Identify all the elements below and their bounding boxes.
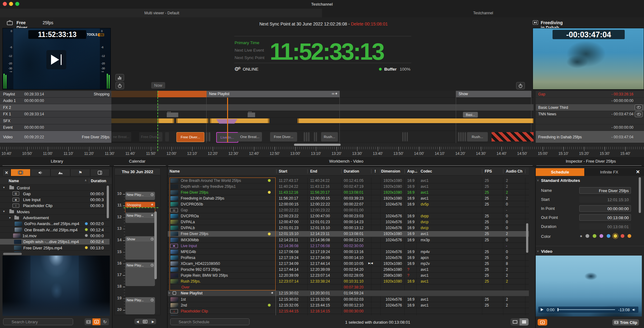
schedule-row[interactable]: 2nd12:15:32:0512:15:44:1500:00:12:101024… bbox=[168, 302, 529, 308]
poster-frame-button[interactable] bbox=[538, 319, 547, 326]
poster-frame-button[interactable] bbox=[92, 318, 100, 325]
maximize-window-button[interactable] bbox=[15, 2, 19, 6]
name-field[interactable]: Free Diver 25fps bbox=[579, 187, 631, 194]
calendar-view-button[interactable] bbox=[143, 320, 147, 323]
tab-infinite-fx[interactable]: Infinite FX bbox=[584, 168, 634, 176]
library-tab-flag[interactable]: ⚑ bbox=[70, 169, 90, 176]
minimize-window-button[interactable] bbox=[9, 2, 13, 6]
library-tab-speaker[interactable] bbox=[30, 169, 50, 176]
library-tab-film[interactable] bbox=[11, 169, 30, 176]
library-tab-close-icon[interactable]: ✕ bbox=[2, 169, 11, 176]
schedule-row[interactable]: ProResa12:17:19:2412:17:34:0900:00:14:10… bbox=[168, 255, 529, 261]
schedule-row[interactable]: Porsche 992 GT3 25fps12:17:44:1412:20:39… bbox=[168, 267, 529, 273]
video-clip[interactable] bbox=[306, 132, 307, 141]
schedule-row[interactable]: Rush 25fps.12:23:07:1412:33:38:2400:10:3… bbox=[168, 279, 529, 284]
calendar-next-day-button[interactable]: ▶ bbox=[152, 320, 154, 323]
calendar-date-header[interactable]: Thu 30 Jun 2022 bbox=[114, 168, 161, 176]
column-audioch[interactable]: Audio Ch bbox=[506, 169, 522, 173]
video-clip[interactable] bbox=[206, 132, 208, 141]
view-mode-single-button[interactable] bbox=[511, 318, 520, 326]
calendar-day-grid[interactable]: 101112131415161718192021New Play...Shopp… bbox=[114, 175, 161, 315]
column-name[interactable]: Name bbox=[170, 169, 180, 173]
next-player-video[interactable]: -00:03:47:04 bbox=[533, 28, 644, 90]
video-clip-rush[interactable]: Rush... bbox=[467, 132, 488, 141]
video-clip-freediver[interactable]: Free Diver... bbox=[176, 132, 204, 142]
column-[interactable]: ! bbox=[375, 169, 376, 173]
transition-marker[interactable] bbox=[216, 119, 237, 124]
video-clip-onebreat[interactable]: One Breat... bbox=[238, 132, 262, 141]
schedule-row[interactable]: Depth wish - why freedive 25fps111:40:24… bbox=[168, 183, 529, 189]
video-clip[interactable] bbox=[404, 132, 406, 141]
playlist-bar-show[interactable]: Show bbox=[456, 91, 531, 97]
chevron-down-icon[interactable]: ˅ bbox=[168, 291, 170, 295]
close-inspector-icon[interactable]: ✕ bbox=[636, 169, 640, 175]
timeline-track-header-event[interactable]: Event00:00:00:00 bbox=[0, 124, 111, 131]
workbench-vertical-scrollbar[interactable] bbox=[526, 223, 528, 253]
timeline-track-header-playlist[interactable]: Playlist00:28:33:14Shopping bbox=[0, 91, 111, 98]
chevron-right-icon[interactable]: ▸ bbox=[9, 216, 11, 219]
video-clip[interactable] bbox=[462, 132, 464, 141]
close-window-button[interactable] bbox=[3, 2, 7, 6]
timeline-info-row[interactable]: Gap- 00:33:26:16 bbox=[536, 91, 644, 98]
tab-schedule[interactable]: Schedule bbox=[536, 168, 584, 176]
video-clip-freediver[interactable]: Free Diver... bbox=[270, 132, 297, 141]
color-option[interactable] bbox=[607, 234, 610, 238]
video-clip-freediver[interactable]: Free Diver... bbox=[139, 132, 162, 141]
library-row[interactable]: One Breath Ar...rld 25fps.mp400:12:4 bbox=[0, 227, 110, 233]
library-row[interactable]: Depth wish -...dive 25fps1.mp400:02:4 bbox=[0, 239, 110, 245]
column-duration[interactable]: Duration bbox=[344, 169, 359, 173]
schedule-row[interactable]: ˅New Playlist12:15:30:0213:20:30:0101:04… bbox=[168, 290, 529, 296]
play-button[interactable] bbox=[541, 308, 544, 311]
library-tab-image[interactable] bbox=[50, 169, 70, 176]
library-row[interactable]: ▨Gap00:00:0 bbox=[0, 191, 110, 196]
library-row[interactable]: ▸Advertisement bbox=[0, 215, 110, 221]
clock-mode-next-sync[interactable]: Next Sync Point bbox=[235, 55, 264, 60]
column-asp[interactable]: Asp... bbox=[407, 169, 418, 173]
sfx-bar[interactable] bbox=[176, 118, 208, 123]
library-row[interactable]: GoPro Awards...eef 25fps.mp400:02:0 bbox=[0, 221, 110, 227]
calendar-event-newplay[interactable]: New Play... bbox=[125, 297, 155, 315]
schedule-row[interactable]: Freediving in Dahab 25fps11:56:20:1712:0… bbox=[168, 195, 529, 201]
calendar-event-newplay[interactable]: New Play... bbox=[125, 262, 155, 286]
schedule-row[interactable]: Purple Rein; BMW M3 25fps12:20:39:0912:2… bbox=[168, 273, 529, 279]
schedule-row[interactable]: IMX30Mbb12:14:23:1112:14:36:0800:00:12:2… bbox=[168, 237, 529, 243]
playhead-now[interactable] bbox=[157, 91, 158, 151]
clock-mode-next-live[interactable]: Next Live Event bbox=[235, 48, 264, 53]
calendar-event-show[interactable]: Show bbox=[125, 236, 155, 260]
sfx-bar[interactable] bbox=[157, 118, 174, 123]
video-clip[interactable] bbox=[492, 132, 534, 141]
video-clip[interactable] bbox=[464, 132, 466, 141]
seek-slider[interactable] bbox=[558, 309, 615, 310]
playhead-sync[interactable] bbox=[227, 98, 228, 142]
library-search-input[interactable] bbox=[3, 318, 73, 325]
timeline-track-header-audio1[interactable]: Audio 100:00:00:00 bbox=[0, 98, 111, 104]
calendar-event-newplay[interactable]: New Play... bbox=[125, 212, 155, 223]
fx-marker[interactable]: ▾▾▾ bbox=[248, 113, 255, 117]
timeline-info-row[interactable]: Freediving in Dahab 25fps- 00:03:47:04 bbox=[536, 131, 644, 143]
visibility-eye-icon[interactable] bbox=[635, 104, 643, 110]
schedule-row[interactable]: Free Diver 25fps12:01:15:1012:14:23:1100… bbox=[168, 231, 529, 237]
play-overlay-button[interactable] bbox=[46, 50, 66, 69]
library-row[interactable]: ▾Control bbox=[0, 185, 110, 191]
schedule-row[interactable]: 1st12:15:30:0212:15:32:0500:00:02:031024… bbox=[168, 296, 529, 302]
video-clip[interactable] bbox=[458, 132, 460, 141]
video-clip[interactable] bbox=[314, 132, 315, 141]
schedule-row[interactable]: Free Diver 25fps11:43:12:1611:56:20:1700… bbox=[168, 189, 529, 195]
color-option[interactable] bbox=[614, 234, 617, 238]
tab-testchannel[interactable]: Testchannel bbox=[322, 9, 644, 17]
library-name-column[interactable]: Name bbox=[9, 179, 19, 183]
library-preview-image[interactable] bbox=[2, 256, 110, 316]
video-clip[interactable] bbox=[165, 132, 169, 141]
chevron-down-icon[interactable]: ▾ bbox=[3, 210, 5, 213]
timeline-info-row[interactable]: TNN News- 00:03:47:04 bbox=[536, 111, 644, 118]
schedule-row[interactable]: DVPALb12:01:01:2312:01:15:1000:00:13:121… bbox=[168, 225, 529, 231]
timeline-info-row[interactable]: - 00:00:00:00 bbox=[536, 124, 644, 131]
chevron-down-icon[interactable]: ˅ bbox=[537, 179, 539, 182]
timeline-info-row[interactable]: Basic Lower Third bbox=[536, 104, 644, 111]
schedule-row[interactable]: DVCPRO50b12:00:00:1512:00:22:2200:00:22:… bbox=[168, 201, 529, 207]
timeline-track-header-fx1[interactable]: FX 100:28:33:14 bbox=[0, 111, 111, 118]
proxy-view-button[interactable] bbox=[85, 318, 92, 325]
refresh-button[interactable]: ↻ bbox=[101, 318, 109, 325]
video-clip[interactable] bbox=[208, 132, 210, 141]
playlist-bar[interactable] bbox=[157, 91, 207, 97]
